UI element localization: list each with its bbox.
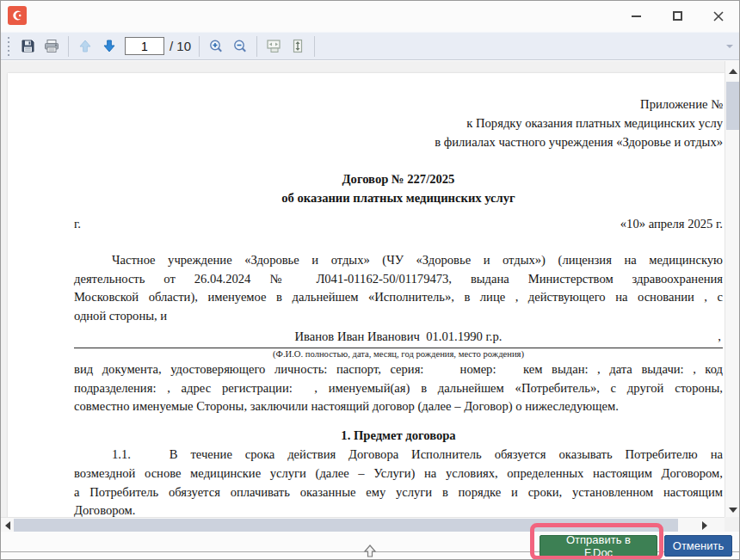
horizontal-scrollbar[interactable] [1, 517, 725, 532]
cancel-button[interactable]: Отменить [664, 535, 732, 557]
doc-header-line: Приложение № [74, 95, 723, 114]
toolbar-separator [314, 36, 315, 57]
chevron-down-icon [726, 45, 733, 48]
page-total-label: / 10 [170, 39, 191, 53]
paragraph-line: возмездной основе медицинские услуги (да… [74, 465, 723, 483]
scroll-right-arrow[interactable] [698, 518, 711, 532]
contract-subtitle: об оказании платных медицинских услуг [74, 189, 723, 208]
document-viewer-window: / 10 [0, 0, 740, 560]
save-icon [21, 39, 35, 53]
paragraph-line: деятельность от 26.04.2024 № Л041-01162-… [74, 270, 723, 289]
contract-title: Договор № 227/2025 [74, 170, 723, 189]
triangle-up-icon [729, 69, 737, 74]
party-paragraph: Частное учреждение «Здоровье и отдых» (Ч… [74, 251, 723, 326]
page-down-arrow-icon [102, 39, 116, 53]
minimize-button[interactable] [615, 1, 657, 31]
toolbar-grip[interactable] [6, 37, 10, 56]
patient-name-block: Иванов Иван Иванович 01.01.1990 г.р. , (… [74, 328, 723, 360]
name-line-caption: (Ф.И.О. полностью, дата, месяц, год рожд… [74, 348, 723, 360]
scroll-down-arrow[interactable] [725, 503, 739, 517]
fit-width-button[interactable] [262, 35, 286, 58]
identity-paragraph: вид документа, удостоверяющего личность:… [74, 360, 723, 416]
splitter-handle[interactable] [363, 545, 377, 560]
minimize-icon [632, 15, 641, 17]
up-arrow-outline-icon [363, 545, 377, 558]
crescent-c-glyph [10, 9, 24, 22]
print-icon [44, 39, 59, 53]
scrollbar-corner [725, 517, 739, 532]
patient-name-value: Иванов Иван Иванович 01.01.1990 г.р. [295, 329, 503, 343]
window-controls [615, 1, 739, 31]
app-logo-icon [8, 6, 27, 25]
date-label: «10» апреля 2025 г. [620, 215, 723, 234]
zoom-out-icon [232, 39, 248, 54]
zoom-out-button[interactable] [228, 35, 252, 58]
horizontal-scrollbar-thumb[interactable] [14, 519, 678, 532]
clause-1-1-paragraph: 1.1. В течение срока действия Договора И… [74, 446, 723, 520]
fit-width-icon [266, 39, 281, 53]
fit-page-icon [291, 39, 305, 53]
paragraph-line: одной стороны, и [74, 307, 723, 326]
next-page-button[interactable] [97, 35, 121, 58]
toolbar-overflow-button[interactable] [724, 38, 736, 55]
viewer-toolbar: / 10 [1, 32, 739, 60]
page-up-arrow-icon [78, 39, 92, 53]
toolbar-separator [256, 36, 257, 57]
titlebar [1, 1, 739, 31]
paragraph-line: Частное учреждение «Здоровье и отдых» (Ч… [74, 251, 723, 270]
section-1-title: 1. Предмет договора [74, 427, 723, 446]
zoom-in-icon [208, 39, 224, 54]
scroll-left-arrow[interactable] [1, 518, 14, 532]
fit-page-button[interactable] [286, 35, 310, 58]
city-label: г. [74, 215, 81, 234]
name-line-comma: , [718, 328, 721, 347]
previous-page-button[interactable] [73, 35, 97, 58]
paragraph-line: а Потребитель обязуется оплачивать оказа… [74, 483, 723, 502]
doc-header-line: в филиалах частного учреждения «Здоровье… [74, 133, 723, 152]
dialog-footer: Отправить в F.Doc Отменить [1, 532, 739, 559]
triangle-right-icon [702, 521, 707, 530]
page-number-input[interactable] [125, 37, 164, 55]
vertical-scrollbar[interactable] [725, 61, 739, 517]
triangle-left-icon [5, 521, 10, 530]
triangle-down-icon [729, 508, 737, 513]
vertical-scrollbar-thumb[interactable] [726, 82, 739, 130]
document-viewport: Приложение № к Порядку оказания платных … [1, 61, 739, 532]
paragraph-line: совместно именуемые Стороны, заключили н… [74, 397, 723, 416]
zoom-in-button[interactable] [204, 35, 228, 58]
toolbar-separator [199, 36, 200, 57]
close-button[interactable] [698, 1, 739, 31]
paragraph-line: вид документа, удостоверяющего личность:… [74, 360, 723, 379]
scroll-up-arrow[interactable] [725, 65, 739, 78]
maximize-icon [673, 11, 682, 21]
maximize-button[interactable] [657, 1, 698, 31]
doc-header-line: к Порядку оказания платных медицинских у… [74, 114, 723, 133]
print-button[interactable] [40, 35, 64, 58]
paragraph-line: 1.1. В течение срока действия Договора И… [74, 446, 723, 465]
document-page: Приложение № к Порядку оказания платных … [8, 73, 725, 532]
paragraph-line: Московской области), именуемое в дальней… [74, 288, 723, 307]
paragraph-line: подразделения: , адрес регистрации: , им… [74, 379, 723, 398]
toolbar-separator [68, 36, 69, 57]
send-to-fdoc-button[interactable]: Отправить в F.Doc [540, 535, 657, 557]
save-button[interactable] [15, 35, 40, 58]
close-icon [713, 11, 724, 22]
